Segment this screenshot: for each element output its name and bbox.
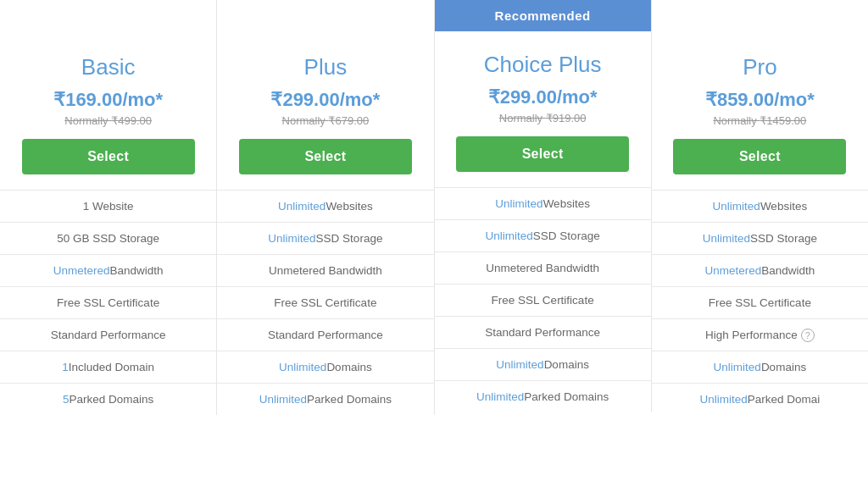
feature-row-pro-6: Unlimited Parked Domai xyxy=(652,383,868,415)
feature-row-choice-plus-1: Unlimited SSD Storage xyxy=(435,219,651,252)
plan-price-basic: ₹169.00/mo* xyxy=(53,89,163,111)
feature-row-plus-4: Standard Performance xyxy=(217,318,433,351)
no-banner-spacer xyxy=(0,0,216,34)
plan-name-choice-plus: Choice Plus xyxy=(484,52,602,78)
feature-row-basic-4: Standard Performance xyxy=(0,318,216,351)
select-button-plus[interactable]: Select xyxy=(239,139,412,174)
features-list-plus: Unlimited WebsitesUnlimited SSD StorageU… xyxy=(217,190,433,415)
feature-row-plus-5: Unlimited Domains xyxy=(217,351,433,383)
plan-name-basic: Basic xyxy=(81,54,136,80)
feature-row-plus-2: Unmetered Bandwidth xyxy=(217,254,433,286)
feature-row-basic-2: Unmetered Bandwidth xyxy=(0,254,216,286)
feature-row-pro-1: Unlimited SSD Storage xyxy=(652,222,868,254)
feature-row-pro-2: Unmetered Bandwidth xyxy=(652,254,868,286)
features-list-pro: Unlimited WebsitesUnlimited SSD StorageU… xyxy=(652,190,868,415)
plan-normal-price-pro: Normally ₹1459.00 xyxy=(713,114,806,127)
pricing-container: Basic₹169.00/mo*Normally ₹499.00Select1 … xyxy=(0,0,868,492)
plan-normal-price-basic: Normally ₹499.00 xyxy=(64,114,152,127)
feature-row-choice-plus-0: Unlimited Websites xyxy=(435,187,651,219)
feature-row-plus-6: Unlimited Parked Domains xyxy=(217,383,433,415)
plan-col-basic: Basic₹169.00/mo*Normally ₹499.00Select1 … xyxy=(0,0,217,415)
select-button-basic[interactable]: Select xyxy=(22,139,195,174)
plan-price-choice-plus: ₹299.00/mo* xyxy=(488,86,598,108)
feature-row-plus-0: Unlimited Websites xyxy=(217,190,433,222)
no-banner-spacer xyxy=(652,0,868,34)
feature-row-plus-1: Unlimited SSD Storage xyxy=(217,222,433,254)
plan-col-plus: Plus₹299.00/mo*Normally ₹679.00SelectUnl… xyxy=(217,0,434,415)
plan-normal-price-plus: Normally ₹679.00 xyxy=(282,114,370,127)
feature-row-basic-1: 50 GB SSD Storage xyxy=(0,222,216,254)
features-list-choice-plus: Unlimited WebsitesUnlimited SSD StorageU… xyxy=(435,187,651,412)
recommended-banner: Recommended xyxy=(435,0,651,31)
plan-col-choice-plus: RecommendedChoice Plus₹299.00/mo*Normall… xyxy=(435,0,652,412)
feature-row-pro-3: Free SSL Certificate xyxy=(652,286,868,318)
feature-row-pro-0: Unlimited Websites xyxy=(652,190,868,222)
plan-price-pro: ₹859.00/mo* xyxy=(705,89,815,111)
info-icon[interactable]: ? xyxy=(801,329,815,342)
feature-row-pro-5: Unlimited Domains xyxy=(652,351,868,383)
plan-name-pro: Pro xyxy=(743,54,776,80)
feature-row-choice-plus-4: Standard Performance xyxy=(435,316,651,348)
plan-price-plus: ₹299.00/mo* xyxy=(270,89,380,111)
plan-name-plus: Plus xyxy=(304,54,348,80)
feature-row-choice-plus-6: Unlimited Parked Domains xyxy=(435,380,651,412)
plan-col-pro: Pro₹859.00/mo*Normally ₹1459.00SelectUnl… xyxy=(652,0,868,415)
no-banner-spacer xyxy=(217,0,433,34)
feature-row-basic-5: 1 Included Domain xyxy=(0,351,216,383)
select-button-pro[interactable]: Select xyxy=(673,139,846,174)
feature-row-choice-plus-2: Unmetered Bandwidth xyxy=(435,252,651,284)
feature-row-pro-4: High Performance? xyxy=(652,318,868,351)
features-list-basic: 1 Website50 GB SSD StorageUnmetered Band… xyxy=(0,190,216,415)
select-button-choice-plus[interactable]: Select xyxy=(456,136,629,172)
feature-row-plus-3: Free SSL Certificate xyxy=(217,286,433,318)
feature-row-basic-6: 5 Parked Domains xyxy=(0,383,216,415)
feature-row-basic-3: Free SSL Certificate xyxy=(0,286,216,318)
plan-normal-price-choice-plus: Normally ₹919.00 xyxy=(499,112,587,124)
feature-row-basic-0: 1 Website xyxy=(0,190,216,222)
feature-row-choice-plus-3: Free SSL Certificate xyxy=(435,284,651,316)
feature-row-choice-plus-5: Unlimited Domains xyxy=(435,348,651,380)
